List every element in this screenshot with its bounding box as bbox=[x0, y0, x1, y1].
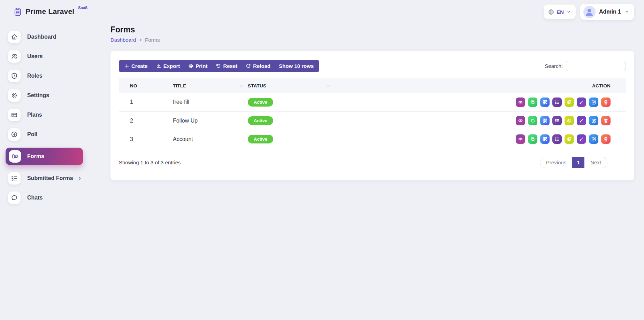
column-header-no[interactable]: NO bbox=[119, 78, 173, 93]
duplicate-button[interactable] bbox=[528, 134, 537, 144]
globe-icon bbox=[548, 9, 554, 15]
pagination-page-1[interactable]: 1 bbox=[572, 157, 584, 168]
code-icon bbox=[518, 100, 523, 105]
table-row: 3 Account Active bbox=[119, 130, 626, 148]
copy-icon bbox=[567, 100, 572, 105]
code-button[interactable] bbox=[516, 134, 525, 144]
sidebar-item-submitted-forms[interactable]: Submitted Forms bbox=[0, 172, 88, 185]
plus-icon bbox=[124, 64, 129, 69]
sidebar-item-settings[interactable]: Settings bbox=[0, 89, 88, 102]
sidebar-item-poll[interactable]: Poll bbox=[0, 128, 88, 141]
reset-button[interactable]: Reset bbox=[212, 60, 242, 72]
gear-icon bbox=[8, 89, 21, 102]
brush-icon bbox=[579, 136, 584, 142]
delete-button[interactable] bbox=[601, 97, 611, 107]
row-number: 3 bbox=[119, 130, 173, 148]
code-icon bbox=[518, 136, 523, 142]
list-button[interactable] bbox=[552, 134, 562, 144]
table-controls: Create Export Print Reset Reload bbox=[119, 60, 626, 72]
pagination-next[interactable]: Next bbox=[584, 157, 607, 168]
user-name: Admin 1 bbox=[599, 9, 621, 15]
table-footer: Showing 1 to 3 of 3 entries Previous 1 N… bbox=[119, 157, 626, 168]
status-badge: Active bbox=[248, 116, 273, 125]
column-header-title[interactable]: TITLE↑↓ bbox=[173, 78, 248, 93]
copy-icon bbox=[567, 136, 572, 142]
brush-button[interactable] bbox=[577, 134, 586, 144]
form-title: free fill bbox=[173, 93, 248, 111]
copy-button[interactable] bbox=[565, 134, 574, 144]
code-button[interactable] bbox=[516, 116, 525, 125]
sidebar-item-plans[interactable]: Plans bbox=[0, 109, 88, 121]
brush-button[interactable] bbox=[577, 97, 586, 107]
edit-icon bbox=[591, 136, 596, 142]
list-button[interactable] bbox=[552, 97, 562, 107]
undo-icon bbox=[216, 63, 221, 69]
qr-code-button[interactable] bbox=[540, 134, 550, 144]
duplicate-button[interactable] bbox=[528, 116, 537, 125]
download-icon bbox=[156, 63, 161, 69]
sidebar-item-users[interactable]: Users bbox=[0, 50, 88, 63]
edit-button[interactable] bbox=[589, 116, 598, 125]
sort-icon[interactable]: ↑↓ bbox=[327, 84, 330, 88]
code-icon bbox=[518, 118, 523, 123]
users-icon bbox=[8, 50, 21, 63]
duplicate-button[interactable] bbox=[528, 97, 537, 107]
code-button[interactable] bbox=[516, 97, 525, 107]
sidebar-item-forms[interactable]: Forms bbox=[6, 148, 83, 165]
qr-code-icon bbox=[542, 118, 547, 123]
search-label: Search: bbox=[545, 63, 563, 69]
chevron-right-icon bbox=[77, 176, 82, 181]
checklist-icon bbox=[8, 172, 21, 185]
show-rows-button[interactable]: Show 10 rows bbox=[275, 60, 318, 72]
sidebar-item-dashboard[interactable]: Dashboard bbox=[0, 31, 88, 43]
trash-icon bbox=[603, 136, 608, 142]
copy-button[interactable] bbox=[565, 97, 574, 107]
breadcrumb-dashboard-link[interactable]: Dashboard bbox=[110, 37, 136, 43]
delete-button[interactable] bbox=[601, 134, 611, 144]
forms-table: NO TITLE↑↓ STATUS↑↓ ACTION 1 free fill A… bbox=[119, 78, 626, 148]
row-number: 1 bbox=[119, 93, 173, 111]
brand-logo[interactable]: Prime Laravel SaaS bbox=[0, 6, 88, 17]
entries-summary: Showing 1 to 3 of 3 entries bbox=[119, 159, 181, 165]
delete-button[interactable] bbox=[601, 116, 611, 125]
brush-button[interactable] bbox=[577, 116, 586, 125]
row-number: 2 bbox=[119, 111, 173, 130]
user-menu[interactable]: Admin 1 bbox=[580, 4, 634, 20]
list-button[interactable] bbox=[552, 116, 562, 125]
column-header-status[interactable]: STATUS↑↓ bbox=[248, 78, 335, 93]
forms-table-card: Create Export Print Reset Reload bbox=[110, 51, 634, 180]
status-badge: Active bbox=[248, 98, 273, 107]
sidebar-nav: Dashboard Users Roles Settings Plans Pol… bbox=[0, 31, 88, 204]
list-icon bbox=[554, 100, 560, 105]
breadcrumb-current: Forms bbox=[145, 37, 160, 43]
status-badge: Active bbox=[248, 135, 273, 143]
pagination-previous[interactable]: Previous bbox=[540, 157, 572, 168]
reload-button[interactable]: Reload bbox=[242, 60, 275, 72]
edit-button[interactable] bbox=[589, 97, 598, 107]
chevron-down-icon bbox=[566, 9, 571, 14]
sidebar: Prime Laravel SaaS Dashboard Users Roles… bbox=[0, 0, 88, 320]
language-selector[interactable]: EN bbox=[544, 5, 576, 19]
search-input[interactable] bbox=[566, 61, 626, 71]
edit-button[interactable] bbox=[589, 134, 598, 144]
chevron-down-icon bbox=[624, 9, 629, 14]
copy-button[interactable] bbox=[565, 116, 574, 125]
form-title: Account bbox=[173, 130, 248, 148]
list-icon bbox=[554, 118, 560, 123]
sort-icon[interactable]: ↑↓ bbox=[240, 84, 243, 88]
credit-card-icon bbox=[8, 109, 21, 121]
create-button[interactable]: Create bbox=[120, 60, 152, 72]
row-actions bbox=[505, 97, 611, 107]
brand-badge: SaaS bbox=[78, 6, 87, 10]
sidebar-item-chats[interactable]: Chats bbox=[0, 192, 88, 204]
qr-code-button[interactable] bbox=[540, 97, 550, 107]
breadcrumb: Dashboard > Forms bbox=[110, 37, 634, 43]
qr-code-button[interactable] bbox=[540, 116, 550, 125]
export-button[interactable]: Export bbox=[152, 60, 184, 72]
refresh-icon bbox=[246, 63, 251, 69]
print-button[interactable]: Print bbox=[184, 60, 212, 72]
sidebar-item-roles[interactable]: Roles bbox=[0, 70, 88, 82]
list-icon bbox=[554, 136, 560, 142]
edit-icon bbox=[591, 100, 596, 105]
qr-code-icon bbox=[542, 100, 547, 105]
